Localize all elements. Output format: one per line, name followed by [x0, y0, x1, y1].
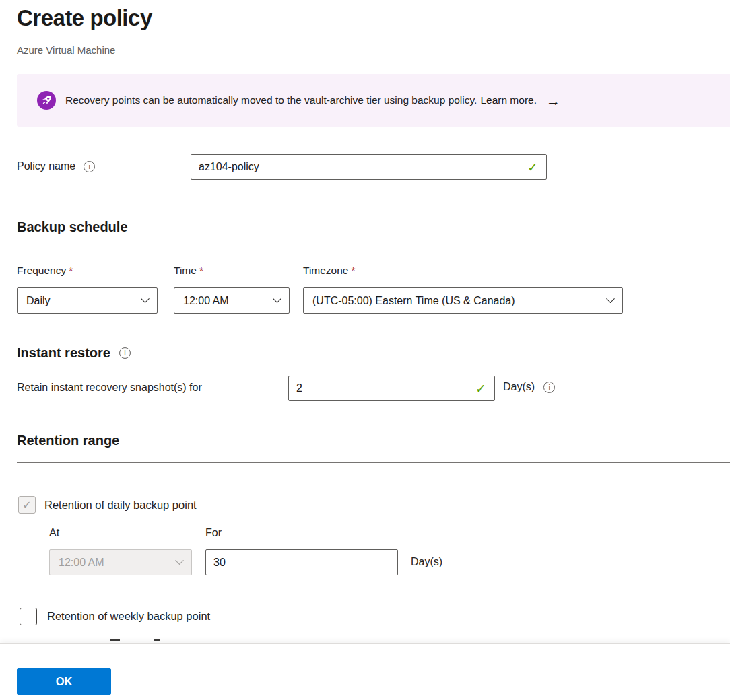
- chevron-down-icon: [175, 556, 184, 565]
- policy-name-input[interactable]: [191, 154, 547, 180]
- snapshot-days-input[interactable]: [288, 376, 495, 401]
- retain-snapshot-label: Retain instant recovery snapshot(s) for: [17, 382, 202, 394]
- daily-for-days-field-wrap: [205, 549, 398, 575]
- clipped-text-fragment: [110, 639, 120, 641]
- at-label: At: [49, 527, 59, 539]
- footer-bar: OK: [0, 643, 730, 700]
- info-icon[interactable]: i: [543, 382, 555, 393]
- snapshot-days-field-wrap: ✓: [288, 376, 495, 401]
- instant-restore-heading: Instant restore: [17, 345, 110, 361]
- required-marker: *: [351, 265, 355, 277]
- rocket-icon: [37, 91, 56, 110]
- time-dropdown[interactable]: 12:00 AM: [174, 287, 290, 314]
- daily-for-days-input[interactable]: [205, 549, 398, 575]
- days-unit-label: Day(s): [503, 381, 535, 393]
- timezone-label: Timezone *: [303, 265, 356, 277]
- policy-name-row: Policy name i: [17, 160, 95, 172]
- time-label: Time *: [174, 265, 203, 277]
- page-title: Create policy: [17, 5, 152, 31]
- policy-name-label: Policy name: [17, 160, 75, 172]
- days-unit-label: Day(s): [411, 556, 442, 568]
- daily-retention-checkbox: ✓: [18, 496, 36, 514]
- clipped-text-fragment: [154, 639, 160, 641]
- timezone-dropdown[interactable]: (UTC-05:00) Eastern Time (US & Canada): [303, 287, 623, 314]
- weekly-retention-label: Retention of weekly backup point: [47, 610, 210, 623]
- banner-learn-more-link[interactable]: Learn more.: [480, 94, 537, 106]
- for-label: For: [205, 527, 222, 539]
- info-icon[interactable]: i: [119, 347, 131, 359]
- page-subtitle: Azure Virtual Machine: [17, 44, 115, 56]
- retention-range-heading: Retention range: [17, 433, 119, 448]
- section-divider: [17, 462, 730, 463]
- chevron-down-icon: [273, 294, 281, 303]
- instant-restore-heading-row: Instant restore i: [17, 345, 131, 361]
- arrow-right-icon[interactable]: →: [546, 94, 560, 108]
- required-marker: *: [199, 265, 203, 277]
- frequency-label: Frequency *: [17, 265, 73, 277]
- time-value: 12:00 AM: [183, 295, 229, 307]
- chevron-down-icon: [606, 294, 615, 303]
- daily-at-time-value: 12:00 AM: [59, 557, 104, 569]
- weekly-retention-checkbox[interactable]: [20, 608, 37, 625]
- create-policy-pane: Create policy Azure Virtual Machine Reco…: [0, 0, 730, 700]
- info-icon[interactable]: i: [84, 161, 95, 172]
- backup-schedule-heading: Backup schedule: [17, 219, 128, 235]
- daily-retention-label: Retention of daily backup point: [44, 499, 197, 512]
- timezone-value: (UTC-05:00) Eastern Time (US & Canada): [312, 295, 515, 307]
- chevron-down-icon: [141, 294, 150, 303]
- policy-name-field-wrap: ✓: [191, 154, 547, 180]
- checkmark-icon: ✓: [22, 499, 31, 512]
- banner-message: Recovery points can be automatically mov…: [65, 94, 477, 106]
- snapshot-days-unit-row: Day(s) i: [503, 381, 555, 393]
- frequency-value: Daily: [26, 295, 51, 307]
- required-marker: *: [69, 265, 73, 277]
- ok-button[interactable]: OK: [17, 668, 111, 695]
- frequency-dropdown[interactable]: Daily: [17, 287, 158, 314]
- daily-at-time-dropdown: 12:00 AM: [49, 549, 192, 575]
- announcement-banner: Recovery points can be automatically mov…: [17, 74, 730, 127]
